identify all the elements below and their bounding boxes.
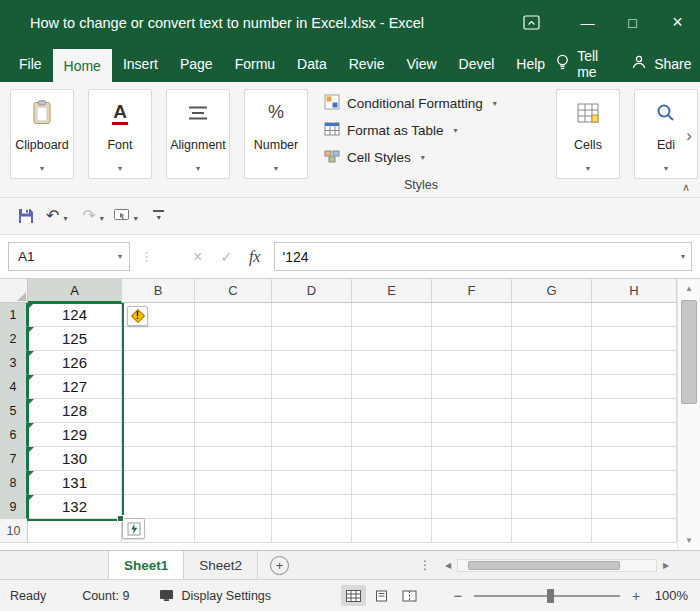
horizontal-scroll-thumb[interactable] bbox=[468, 561, 620, 570]
row-header-1[interactable]: 1 bbox=[0, 303, 28, 327]
row-header-6[interactable]: 6 bbox=[0, 423, 28, 447]
cell-H7[interactable] bbox=[592, 447, 677, 471]
tab-overflow-dots[interactable]: ⋮ bbox=[411, 551, 439, 579]
row-header-10[interactable]: 10 bbox=[0, 519, 28, 543]
cell-F6[interactable] bbox=[432, 423, 512, 447]
cell-G6[interactable] bbox=[512, 423, 592, 447]
cell-B7[interactable] bbox=[122, 447, 195, 471]
tab-insert[interactable]: Insert bbox=[112, 45, 169, 82]
cell-D4[interactable] bbox=[272, 375, 352, 399]
row-header-3[interactable]: 3 bbox=[0, 351, 28, 375]
tab-data[interactable]: Data bbox=[286, 45, 338, 82]
cell-E10[interactable] bbox=[352, 519, 432, 543]
cell-B2[interactable] bbox=[122, 327, 195, 351]
ribbon-group-number[interactable]: % Number ▾ bbox=[244, 89, 308, 179]
cell-D8[interactable] bbox=[272, 471, 352, 495]
touch-mouse-mode-button[interactable] bbox=[113, 208, 130, 224]
cell-B3[interactable] bbox=[122, 351, 195, 375]
cell-F8[interactable] bbox=[432, 471, 512, 495]
share-button[interactable]: Share bbox=[632, 55, 691, 72]
cell-C7[interactable] bbox=[195, 447, 272, 471]
cell-C6[interactable] bbox=[195, 423, 272, 447]
formula-input[interactable]: '124 ▾ bbox=[274, 242, 692, 271]
status-count[interactable]: Count: 9 bbox=[82, 589, 129, 603]
conditional-formatting-button[interactable]: Conditional Formatting ▾ bbox=[322, 90, 520, 117]
cell-E4[interactable] bbox=[352, 375, 432, 399]
cell-B5[interactable] bbox=[122, 399, 195, 423]
scroll-up-button[interactable]: ▲ bbox=[678, 279, 700, 298]
cell-A4[interactable]: 127 bbox=[28, 375, 122, 399]
vertical-scrollbar[interactable]: ▲ ▼ bbox=[677, 279, 700, 550]
cell-F5[interactable] bbox=[432, 399, 512, 423]
cell-G9[interactable] bbox=[512, 495, 592, 519]
horizontal-scrollbar[interactable]: ◀ ▶ bbox=[439, 551, 677, 579]
cell-H10[interactable] bbox=[592, 519, 677, 543]
cell-F2[interactable] bbox=[432, 327, 512, 351]
cell-C4[interactable] bbox=[195, 375, 272, 399]
cell-E8[interactable] bbox=[352, 471, 432, 495]
cell-A6[interactable]: 129 bbox=[28, 423, 122, 447]
zoom-in-button[interactable]: + bbox=[628, 588, 644, 604]
normal-view-button[interactable] bbox=[341, 585, 366, 606]
name-box-sizer[interactable]: ⋮ bbox=[140, 249, 153, 264]
row-header-5[interactable]: 5 bbox=[0, 399, 28, 423]
cell-C2[interactable] bbox=[195, 327, 272, 351]
vertical-scroll-thumb[interactable] bbox=[681, 300, 697, 404]
tab-page-layout[interactable]: Page bbox=[169, 45, 224, 82]
chevron-down-icon[interactable]: ▾ bbox=[100, 214, 104, 223]
cell-H9[interactable] bbox=[592, 495, 677, 519]
cell-B8[interactable] bbox=[122, 471, 195, 495]
ribbon-group-alignment[interactable]: Alignment ▾ bbox=[166, 89, 230, 179]
enter-icon[interactable]: ✓ bbox=[220, 248, 233, 266]
undo-button[interactable]: ↶ bbox=[46, 208, 59, 224]
select-all-button[interactable] bbox=[0, 279, 28, 303]
cell-G10[interactable] bbox=[512, 519, 592, 543]
ribbon-group-font[interactable]: A Font ▾ bbox=[88, 89, 152, 179]
horizontal-scroll-track[interactable] bbox=[457, 559, 657, 572]
zoom-slider-thumb[interactable] bbox=[547, 589, 554, 603]
cell-A3[interactable]: 126 bbox=[28, 351, 122, 375]
collapse-ribbon-icon[interactable]: ∧ bbox=[682, 181, 690, 194]
tab-file[interactable]: File bbox=[8, 45, 53, 82]
customize-qat-button[interactable]: ▾ bbox=[153, 210, 164, 222]
cell-D5[interactable] bbox=[272, 399, 352, 423]
cell-D9[interactable] bbox=[272, 495, 352, 519]
cell-styles-button[interactable]: Cell Styles ▾ bbox=[322, 144, 520, 171]
cell-C5[interactable] bbox=[195, 399, 272, 423]
sheet-tab-sheet1[interactable]: Sheet1 bbox=[108, 551, 184, 579]
page-break-preview-button[interactable] bbox=[397, 585, 422, 606]
sheet-tab-sheet2[interactable]: Sheet2 bbox=[184, 551, 258, 579]
name-box[interactable]: A1 ▾ bbox=[8, 242, 130, 271]
cell-F3[interactable] bbox=[432, 351, 512, 375]
cell-C10[interactable] bbox=[195, 519, 272, 543]
save-button[interactable] bbox=[18, 208, 34, 224]
tab-developer[interactable]: Devel bbox=[448, 45, 506, 82]
cell-G1[interactable] bbox=[512, 303, 592, 327]
cell-G4[interactable] bbox=[512, 375, 592, 399]
chevron-down-icon[interactable]: ▾ bbox=[134, 214, 138, 223]
cell-C1[interactable] bbox=[195, 303, 272, 327]
column-header-F[interactable]: F bbox=[432, 279, 512, 303]
redo-button[interactable]: ↷ bbox=[82, 208, 95, 224]
cell-B4[interactable] bbox=[122, 375, 195, 399]
column-header-G[interactable]: G bbox=[512, 279, 592, 303]
cell-G3[interactable] bbox=[512, 351, 592, 375]
tab-review[interactable]: Revie bbox=[338, 45, 396, 82]
cell-B9[interactable] bbox=[122, 495, 195, 519]
cell-F1[interactable] bbox=[432, 303, 512, 327]
tell-me-button[interactable]: Tell me bbox=[556, 48, 598, 80]
cell-E9[interactable] bbox=[352, 495, 432, 519]
chevron-down-icon[interactable]: ▾ bbox=[118, 252, 122, 261]
cell-G8[interactable] bbox=[512, 471, 592, 495]
cell-E3[interactable] bbox=[352, 351, 432, 375]
column-header-C[interactable]: C bbox=[195, 279, 272, 303]
quick-analysis-button[interactable] bbox=[122, 518, 145, 539]
cell-D6[interactable] bbox=[272, 423, 352, 447]
cell-E2[interactable] bbox=[352, 327, 432, 351]
cell-D7[interactable] bbox=[272, 447, 352, 471]
cell-G5[interactable] bbox=[512, 399, 592, 423]
scroll-down-button[interactable]: ▼ bbox=[678, 531, 700, 550]
vertical-scroll-track[interactable] bbox=[678, 298, 700, 531]
close-button[interactable]: × bbox=[655, 0, 700, 45]
cell-F9[interactable] bbox=[432, 495, 512, 519]
